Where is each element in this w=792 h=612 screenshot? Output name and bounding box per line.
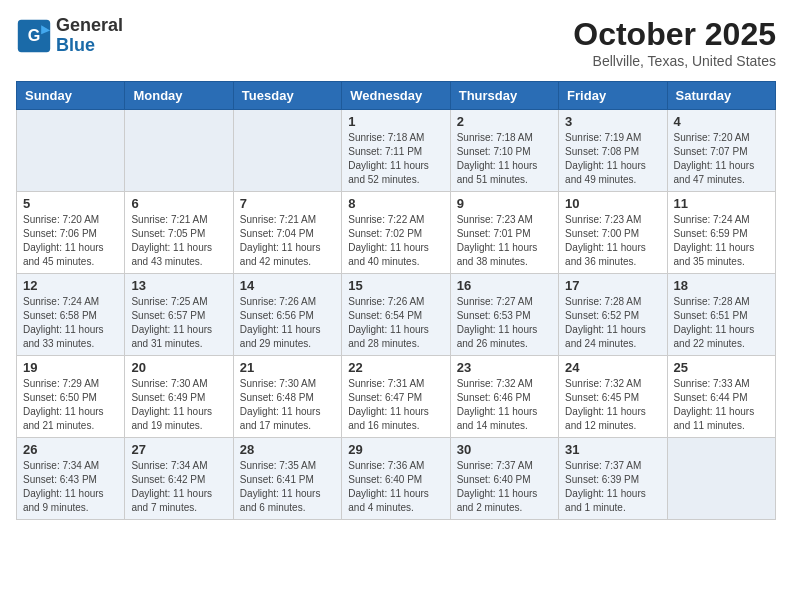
day-info: Sunrise: 7:31 AM Sunset: 6:47 PM Dayligh… — [348, 377, 443, 433]
day-info: Sunrise: 7:19 AM Sunset: 7:08 PM Dayligh… — [565, 131, 660, 187]
day-number: 17 — [565, 278, 660, 293]
calendar-week-row: 19Sunrise: 7:29 AM Sunset: 6:50 PM Dayli… — [17, 356, 776, 438]
calendar-day-cell — [233, 110, 341, 192]
day-number: 1 — [348, 114, 443, 129]
logo-icon: G — [16, 18, 52, 54]
day-number: 25 — [674, 360, 769, 375]
day-number: 3 — [565, 114, 660, 129]
calendar-day-cell: 5Sunrise: 7:20 AM Sunset: 7:06 PM Daylig… — [17, 192, 125, 274]
day-info: Sunrise: 7:35 AM Sunset: 6:41 PM Dayligh… — [240, 459, 335, 515]
page-header: G General Blue October 2025 Bellville, T… — [16, 16, 776, 69]
day-number: 13 — [131, 278, 226, 293]
calendar-day-cell: 31Sunrise: 7:37 AM Sunset: 6:39 PM Dayli… — [559, 438, 667, 520]
title-block: October 2025 Bellville, Texas, United St… — [573, 16, 776, 69]
calendar-day-cell: 30Sunrise: 7:37 AM Sunset: 6:40 PM Dayli… — [450, 438, 558, 520]
day-info: Sunrise: 7:28 AM Sunset: 6:52 PM Dayligh… — [565, 295, 660, 351]
calendar-day-cell: 17Sunrise: 7:28 AM Sunset: 6:52 PM Dayli… — [559, 274, 667, 356]
calendar-day-cell: 24Sunrise: 7:32 AM Sunset: 6:45 PM Dayli… — [559, 356, 667, 438]
day-number: 15 — [348, 278, 443, 293]
day-info: Sunrise: 7:18 AM Sunset: 7:10 PM Dayligh… — [457, 131, 552, 187]
day-info: Sunrise: 7:21 AM Sunset: 7:05 PM Dayligh… — [131, 213, 226, 269]
weekday-header: Friday — [559, 82, 667, 110]
day-info: Sunrise: 7:33 AM Sunset: 6:44 PM Dayligh… — [674, 377, 769, 433]
day-number: 28 — [240, 442, 335, 457]
calendar-day-cell: 25Sunrise: 7:33 AM Sunset: 6:44 PM Dayli… — [667, 356, 775, 438]
calendar-day-cell: 15Sunrise: 7:26 AM Sunset: 6:54 PM Dayli… — [342, 274, 450, 356]
day-number: 7 — [240, 196, 335, 211]
calendar-day-cell: 29Sunrise: 7:36 AM Sunset: 6:40 PM Dayli… — [342, 438, 450, 520]
weekday-header: Saturday — [667, 82, 775, 110]
calendar-day-cell: 20Sunrise: 7:30 AM Sunset: 6:49 PM Dayli… — [125, 356, 233, 438]
day-info: Sunrise: 7:30 AM Sunset: 6:48 PM Dayligh… — [240, 377, 335, 433]
day-number: 10 — [565, 196, 660, 211]
calendar-day-cell: 19Sunrise: 7:29 AM Sunset: 6:50 PM Dayli… — [17, 356, 125, 438]
day-number: 12 — [23, 278, 118, 293]
day-info: Sunrise: 7:32 AM Sunset: 6:46 PM Dayligh… — [457, 377, 552, 433]
day-info: Sunrise: 7:18 AM Sunset: 7:11 PM Dayligh… — [348, 131, 443, 187]
calendar-day-cell: 27Sunrise: 7:34 AM Sunset: 6:42 PM Dayli… — [125, 438, 233, 520]
day-number: 6 — [131, 196, 226, 211]
month-title: October 2025 — [573, 16, 776, 53]
day-number: 30 — [457, 442, 552, 457]
day-number: 20 — [131, 360, 226, 375]
day-info: Sunrise: 7:23 AM Sunset: 7:01 PM Dayligh… — [457, 213, 552, 269]
calendar-week-row: 12Sunrise: 7:24 AM Sunset: 6:58 PM Dayli… — [17, 274, 776, 356]
calendar-day-cell — [125, 110, 233, 192]
day-number: 11 — [674, 196, 769, 211]
day-number: 26 — [23, 442, 118, 457]
day-info: Sunrise: 7:26 AM Sunset: 6:56 PM Dayligh… — [240, 295, 335, 351]
calendar-week-row: 1Sunrise: 7:18 AM Sunset: 7:11 PM Daylig… — [17, 110, 776, 192]
day-info: Sunrise: 7:29 AM Sunset: 6:50 PM Dayligh… — [23, 377, 118, 433]
day-number: 2 — [457, 114, 552, 129]
day-info: Sunrise: 7:24 AM Sunset: 6:58 PM Dayligh… — [23, 295, 118, 351]
calendar-day-cell — [17, 110, 125, 192]
day-info: Sunrise: 7:22 AM Sunset: 7:02 PM Dayligh… — [348, 213, 443, 269]
day-info: Sunrise: 7:23 AM Sunset: 7:00 PM Dayligh… — [565, 213, 660, 269]
calendar-header-row: SundayMondayTuesdayWednesdayThursdayFrid… — [17, 82, 776, 110]
weekday-header: Monday — [125, 82, 233, 110]
calendar-day-cell: 8Sunrise: 7:22 AM Sunset: 7:02 PM Daylig… — [342, 192, 450, 274]
day-info: Sunrise: 7:21 AM Sunset: 7:04 PM Dayligh… — [240, 213, 335, 269]
calendar-week-row: 26Sunrise: 7:34 AM Sunset: 6:43 PM Dayli… — [17, 438, 776, 520]
calendar-day-cell: 3Sunrise: 7:19 AM Sunset: 7:08 PM Daylig… — [559, 110, 667, 192]
day-number: 5 — [23, 196, 118, 211]
day-info: Sunrise: 7:26 AM Sunset: 6:54 PM Dayligh… — [348, 295, 443, 351]
day-info: Sunrise: 7:28 AM Sunset: 6:51 PM Dayligh… — [674, 295, 769, 351]
day-number: 19 — [23, 360, 118, 375]
day-info: Sunrise: 7:34 AM Sunset: 6:42 PM Dayligh… — [131, 459, 226, 515]
calendar-day-cell: 21Sunrise: 7:30 AM Sunset: 6:48 PM Dayli… — [233, 356, 341, 438]
calendar-day-cell: 9Sunrise: 7:23 AM Sunset: 7:01 PM Daylig… — [450, 192, 558, 274]
calendar-day-cell: 14Sunrise: 7:26 AM Sunset: 6:56 PM Dayli… — [233, 274, 341, 356]
calendar-day-cell: 12Sunrise: 7:24 AM Sunset: 6:58 PM Dayli… — [17, 274, 125, 356]
day-info: Sunrise: 7:30 AM Sunset: 6:49 PM Dayligh… — [131, 377, 226, 433]
day-number: 9 — [457, 196, 552, 211]
day-info: Sunrise: 7:27 AM Sunset: 6:53 PM Dayligh… — [457, 295, 552, 351]
day-info: Sunrise: 7:25 AM Sunset: 6:57 PM Dayligh… — [131, 295, 226, 351]
weekday-header: Tuesday — [233, 82, 341, 110]
weekday-header: Thursday — [450, 82, 558, 110]
calendar-day-cell: 28Sunrise: 7:35 AM Sunset: 6:41 PM Dayli… — [233, 438, 341, 520]
day-number: 31 — [565, 442, 660, 457]
day-info: Sunrise: 7:37 AM Sunset: 6:40 PM Dayligh… — [457, 459, 552, 515]
calendar-day-cell: 6Sunrise: 7:21 AM Sunset: 7:05 PM Daylig… — [125, 192, 233, 274]
calendar-day-cell: 4Sunrise: 7:20 AM Sunset: 7:07 PM Daylig… — [667, 110, 775, 192]
calendar-day-cell: 18Sunrise: 7:28 AM Sunset: 6:51 PM Dayli… — [667, 274, 775, 356]
day-number: 18 — [674, 278, 769, 293]
calendar-day-cell: 2Sunrise: 7:18 AM Sunset: 7:10 PM Daylig… — [450, 110, 558, 192]
weekday-header: Sunday — [17, 82, 125, 110]
day-number: 16 — [457, 278, 552, 293]
logo-text: General Blue — [56, 16, 123, 56]
calendar-week-row: 5Sunrise: 7:20 AM Sunset: 7:06 PM Daylig… — [17, 192, 776, 274]
calendar-table: SundayMondayTuesdayWednesdayThursdayFrid… — [16, 81, 776, 520]
day-number: 27 — [131, 442, 226, 457]
day-info: Sunrise: 7:32 AM Sunset: 6:45 PM Dayligh… — [565, 377, 660, 433]
svg-text:G: G — [28, 26, 41, 44]
calendar-day-cell: 23Sunrise: 7:32 AM Sunset: 6:46 PM Dayli… — [450, 356, 558, 438]
day-info: Sunrise: 7:24 AM Sunset: 6:59 PM Dayligh… — [674, 213, 769, 269]
day-number: 14 — [240, 278, 335, 293]
calendar-day-cell: 1Sunrise: 7:18 AM Sunset: 7:11 PM Daylig… — [342, 110, 450, 192]
calendar-day-cell — [667, 438, 775, 520]
day-info: Sunrise: 7:20 AM Sunset: 7:06 PM Dayligh… — [23, 213, 118, 269]
calendar-day-cell: 26Sunrise: 7:34 AM Sunset: 6:43 PM Dayli… — [17, 438, 125, 520]
day-number: 8 — [348, 196, 443, 211]
